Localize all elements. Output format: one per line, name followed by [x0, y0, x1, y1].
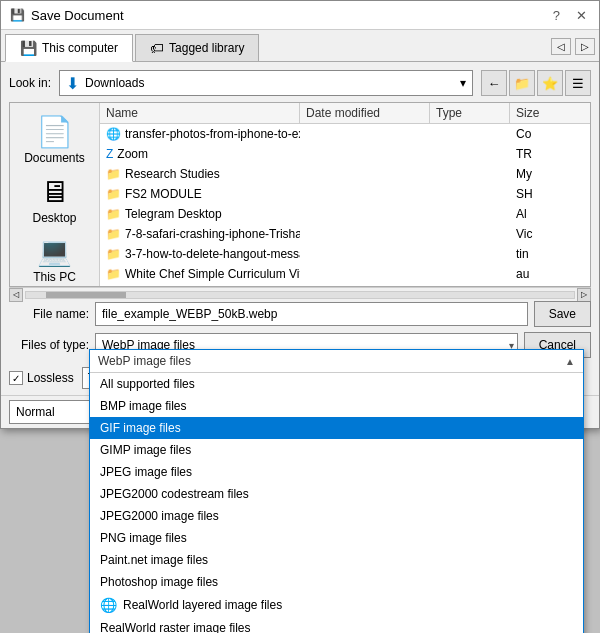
- dropdown-option-rw-raster[interactable]: RealWorld raster image files: [90, 617, 583, 633]
- scroll-track: [25, 291, 575, 299]
- rw-icon: 🌐: [100, 597, 117, 613]
- dropdown-option-jpeg[interactable]: JPEG image files: [90, 461, 583, 483]
- folder-icon: Z: [106, 147, 113, 161]
- file-list-header: Name Date modified Type Size: [100, 103, 590, 124]
- thispc-shortcut[interactable]: 💻 This PC: [15, 232, 95, 287]
- dropdown-option-all-supported[interactable]: All supported files: [90, 373, 583, 395]
- folder-icon: 📁: [106, 247, 121, 261]
- lossless-label: Lossless: [27, 371, 74, 385]
- documents-shortcut[interactable]: 📄 Documents: [15, 111, 95, 168]
- horizontal-scrollbar[interactable]: ◁ ▷: [9, 287, 591, 301]
- dropdown-option-photoshop[interactable]: Photoshop image files: [90, 571, 583, 593]
- dropdown-option-gif[interactable]: GIF image files: [90, 417, 583, 439]
- nav-arrows: ◁ ▷: [551, 34, 595, 61]
- file-name-input[interactable]: [95, 302, 528, 326]
- dropdown-header: WebP image files ▲: [90, 350, 583, 373]
- look-in-select-text: ⬇ Downloads: [66, 74, 144, 93]
- title-bar-right: ? ✕: [549, 9, 591, 22]
- title-bar-left: 💾 Save Document: [9, 7, 124, 23]
- file-name-cell: Z Zoom: [100, 146, 300, 162]
- file-name-cell: 🌐 transfer-photos-from-iphone-to-externa…: [100, 126, 300, 142]
- lossless-checkbox[interactable]: [9, 371, 23, 385]
- table-row[interactable]: 🌐 transfer-photos-from-iphone-to-externa…: [100, 124, 590, 144]
- col-name-header[interactable]: Name: [100, 103, 300, 123]
- documents-label: Documents: [24, 151, 85, 165]
- tabs-bar: 💾 This computer 🏷 Tagged library ◁ ▷: [1, 30, 599, 62]
- files-of-type-label: Files of type:: [9, 338, 89, 352]
- table-row[interactable]: 📁 White Chef Simple Curriculum Vitae au: [100, 264, 590, 284]
- tab-tagged-library[interactable]: 🏷 Tagged library: [135, 34, 259, 61]
- desktop-label: Desktop: [32, 211, 76, 225]
- dropdown-arrow: ▲: [565, 356, 575, 367]
- folder-icon: 📁: [106, 267, 121, 281]
- file-type-cell: [430, 133, 510, 135]
- table-row[interactable]: 📁 3-7-how-to-delete-hangout-messages-Tri…: [100, 244, 590, 264]
- file-size-cell: Co: [510, 126, 590, 142]
- tab-this-computer[interactable]: 💾 This computer: [5, 34, 133, 62]
- save-button[interactable]: Save: [534, 301, 591, 327]
- scroll-right-button[interactable]: ▷: [577, 288, 591, 302]
- folder-icon: 📁: [106, 187, 121, 201]
- folder-icon: 📁: [106, 167, 121, 181]
- look-in-value: Downloads: [85, 76, 144, 90]
- col-size-header[interactable]: Size: [510, 103, 590, 123]
- folder-icon: 🌐: [106, 127, 121, 141]
- col-type-header[interactable]: Type: [430, 103, 510, 123]
- file-name-row: File name: Save: [9, 301, 591, 327]
- dropdown-header-text: WebP image files: [98, 354, 191, 368]
- file-name-cell: 📁 3-7-how-to-delete-hangout-messages-Tri…: [100, 246, 300, 262]
- left-panel: 📄 Documents 🖥 Desktop 💻 This PC: [10, 103, 100, 286]
- nav-back-button[interactable]: ◁: [551, 38, 571, 55]
- dropdown-option-rw-layered[interactable]: 🌐 RealWorld layered image files: [90, 593, 583, 617]
- desktop-icon: 🖥: [40, 175, 70, 209]
- tagged-tab-icon: 🏷: [150, 40, 164, 56]
- file-name-label: File name:: [9, 307, 89, 321]
- file-name-cell: 📁 7-8-safari-crashing-iphone-Trisha: [100, 226, 300, 242]
- file-name-cell: 📁 White Chef Simple Curriculum Vitae: [100, 266, 300, 282]
- file-type-dropdown: WebP image files ▲ All supported files B…: [89, 349, 584, 633]
- table-row[interactable]: 📁 Telegram Desktop Al: [100, 204, 590, 224]
- look-in-select[interactable]: ⬇ Downloads ▾: [59, 70, 473, 96]
- downloads-icon: ⬇: [66, 74, 79, 93]
- toolbar-icons: ← 📁 ⭐ ☰: [481, 70, 591, 96]
- dropdown-option-jpeg2000-codestream[interactable]: JPEG2000 codestream files: [90, 483, 583, 505]
- lossless-checkbox-wrap[interactable]: Lossless: [9, 371, 74, 385]
- dialog-body: Look in: ⬇ Downloads ▾ ← 📁 ⭐ ☰ 📄: [1, 62, 599, 358]
- nav-forward-button[interactable]: ▷: [575, 38, 595, 55]
- file-area: 📄 Documents 🖥 Desktop 💻 This PC Name Dat…: [9, 102, 591, 287]
- file-list[interactable]: Name Date modified Type Size 🌐 transfer-…: [100, 103, 590, 286]
- desktop-shortcut[interactable]: 🖥 Desktop: [15, 172, 95, 228]
- dialog-title: Save Document: [31, 8, 124, 23]
- back-toolbar-button[interactable]: ←: [481, 70, 507, 96]
- table-row[interactable]: 📁 Research Studies My: [100, 164, 590, 184]
- view-button[interactable]: ☰: [565, 70, 591, 96]
- close-button[interactable]: ✕: [572, 9, 591, 22]
- help-button[interactable]: ?: [549, 9, 564, 22]
- tab-tagged-library-label: Tagged library: [169, 41, 244, 55]
- thispc-label: This PC: [33, 270, 76, 284]
- file-name-cell: 📁 Research Studies: [100, 166, 300, 182]
- save-document-dialog: 💾 Save Document ? ✕ 💾 This computer 🏷 Ta…: [0, 0, 600, 429]
- folder-icon: 📁: [106, 207, 121, 221]
- dropdown-option-paintnet[interactable]: Paint.net image files: [90, 549, 583, 571]
- save-icon: 💾: [9, 7, 25, 23]
- look-in-dropdown-arrow: ▾: [460, 76, 466, 90]
- table-row[interactable]: 📁 FS2 MODULE SH: [100, 184, 590, 204]
- bookmark-button[interactable]: ⭐: [537, 70, 563, 96]
- new-folder-button[interactable]: 📁: [509, 70, 535, 96]
- computer-tab-icon: 💾: [20, 40, 37, 56]
- look-in-label: Look in:: [9, 76, 51, 90]
- table-row[interactable]: 📁 7-8-safari-crashing-iphone-Trisha Vic: [100, 224, 590, 244]
- dropdown-option-bmp[interactable]: BMP image files: [90, 395, 583, 417]
- col-date-header[interactable]: Date modified: [300, 103, 430, 123]
- scroll-thumb[interactable]: [46, 292, 126, 298]
- file-name-cell: 📁 FS2 MODULE: [100, 186, 300, 202]
- dropdown-option-png[interactable]: PNG image files: [90, 527, 583, 549]
- documents-icon: 📄: [36, 114, 73, 149]
- file-name-cell: 📁 Telegram Desktop: [100, 206, 300, 222]
- look-in-row: Look in: ⬇ Downloads ▾ ← 📁 ⭐ ☰: [9, 70, 591, 96]
- dropdown-option-gimp[interactable]: GIMP image files: [90, 439, 583, 461]
- table-row[interactable]: Z Zoom TR: [100, 144, 590, 164]
- scroll-left-button[interactable]: ◁: [9, 288, 23, 302]
- dropdown-option-jpeg2000-image[interactable]: JPEG2000 image files: [90, 505, 583, 527]
